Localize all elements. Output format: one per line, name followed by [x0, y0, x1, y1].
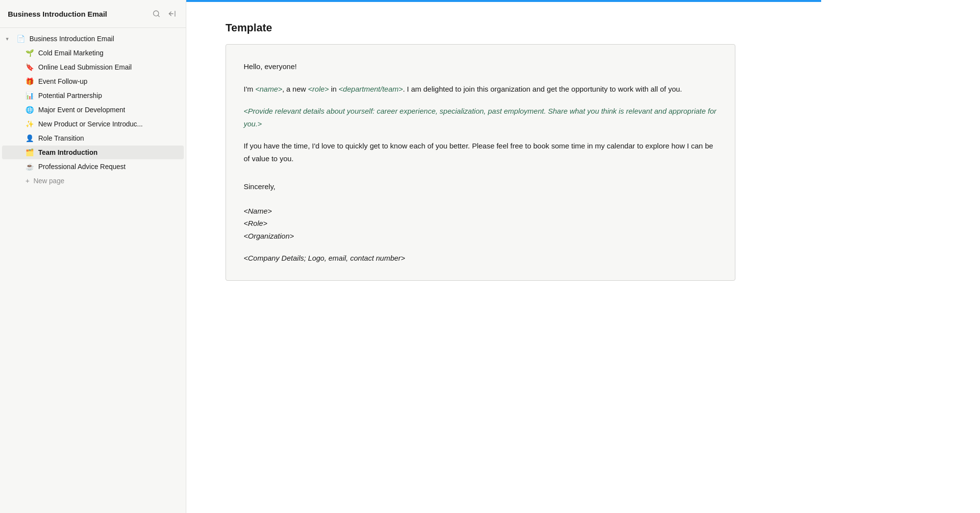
sidebar-item-online-lead[interactable]: 🔖 Online Lead Submission Email — [2, 60, 184, 74]
template-box: Hello, everyone! I'm <name>, a new <role… — [226, 44, 735, 281]
nav-parent-business-intro[interactable]: ▾ 📄 Business Introduction Email — [0, 32, 186, 46]
placeholder-dept: <department/team> — [339, 85, 403, 93]
template-details: <Provide relevant details about yourself… — [244, 105, 717, 130]
intro-text-1: I'm — [244, 85, 255, 93]
sidebar: Business Introduction Email ▾ 📄 Business… — [0, 0, 186, 513]
sig-name: <Name> — [244, 205, 717, 218]
sidebar-title: Business Introduction Email — [8, 10, 107, 18]
sig-company: <Company Details; Logo, email, contact n… — [244, 252, 717, 265]
event-follow-label: Event Follow-up — [38, 77, 87, 85]
professional-advice-label: Professional Advice Request — [38, 163, 126, 171]
major-event-label: Major Event or Development — [38, 106, 125, 114]
nav-toggle-icon: ▾ — [6, 36, 14, 42]
nav-parent-label: Business Introduction Email — [29, 35, 114, 43]
potential-partnership-label: Potential Partnership — [38, 92, 102, 99]
sidebar-item-major-event[interactable]: 🌐 Major Event or Development — [2, 103, 184, 117]
sidebar-nav: ▾ 📄 Business Introduction Email 🌱 Cold E… — [0, 28, 186, 192]
sidebar-header: Business Introduction Email — [0, 0, 186, 28]
team-intro-label: Team Introduction — [38, 148, 98, 156]
template-signature: <Name> <Role> <Organization> <Company De… — [244, 205, 717, 265]
sidebar-item-potential-partnership[interactable]: 📊 Potential Partnership — [2, 89, 184, 102]
online-lead-icon: 🔖 — [25, 63, 34, 71]
sidebar-item-team-intro[interactable]: 🗂️ Team Introduction — [2, 146, 184, 159]
intro-text-3: in — [329, 85, 339, 93]
role-transition-icon: 👤 — [25, 134, 34, 142]
plus-icon: + — [25, 177, 29, 185]
potential-partnership-icon: 📊 — [25, 92, 34, 99]
nav-section: ▾ 📄 Business Introduction Email 🌱 Cold E… — [0, 32, 186, 188]
content-area: Template Hello, everyone! I'm <name>, a … — [186, 2, 775, 300]
intro-text-4: . I am delighted to join this organizati… — [403, 85, 682, 93]
sidebar-header-icons — [151, 8, 178, 20]
cold-email-label: Cold Email Marketing — [38, 49, 103, 57]
sidebar-item-event-follow[interactable]: 🎁 Event Follow-up — [2, 74, 184, 88]
new-product-label: New Product or Service Introduc... — [38, 120, 143, 128]
template-greeting: Hello, everyone! — [244, 60, 717, 73]
sidebar-item-cold-email[interactable]: 🌱 Cold Email Marketing — [2, 46, 184, 60]
template-intro: I'm <name>, a new <role> in <department/… — [244, 83, 717, 96]
svg-line-1 — [158, 15, 159, 17]
search-button[interactable] — [151, 8, 162, 20]
nav-children: 🌱 Cold Email Marketing 🔖 Online Lead Sub… — [0, 46, 186, 188]
search-icon — [152, 10, 160, 18]
placeholder-name: <name> — [255, 85, 282, 93]
role-transition-label: Role Transition — [38, 134, 84, 142]
greeting-text: Hello, everyone! — [244, 62, 297, 71]
collapse-button[interactable] — [166, 8, 178, 20]
team-intro-icon: 🗂️ — [25, 148, 34, 156]
major-event-icon: 🌐 — [25, 106, 34, 114]
template-connect: If you have the time, I'd love to quickl… — [244, 140, 717, 165]
new-page-button[interactable]: + New page — [2, 174, 184, 188]
new-page-label: New page — [33, 177, 64, 185]
sidebar-item-new-product[interactable]: ✨ New Product or Service Introduc... — [2, 117, 184, 131]
placeholder-role: <role> — [308, 85, 329, 93]
sidebar-item-role-transition[interactable]: 👤 Role Transition — [2, 131, 184, 145]
template-heading: Template — [226, 22, 735, 34]
document-icon: 📄 — [17, 35, 26, 43]
main-content: Template Hello, everyone! I'm <name>, a … — [186, 0, 980, 513]
intro-text-2: , a new — [282, 85, 308, 93]
online-lead-label: Online Lead Submission Email — [38, 63, 132, 71]
sig-role: <Role> — [244, 217, 717, 230]
cold-email-icon: 🌱 — [25, 49, 34, 57]
event-follow-icon: 🎁 — [25, 77, 34, 85]
collapse-icon — [168, 10, 176, 18]
template-closing: Sincerely, — [244, 180, 717, 193]
sidebar-item-professional-advice[interactable]: ☕ Professional Advice Request — [2, 160, 184, 173]
professional-advice-icon: ☕ — [25, 163, 34, 171]
sig-org: <Organization> — [244, 230, 717, 243]
new-product-icon: ✨ — [25, 120, 34, 128]
